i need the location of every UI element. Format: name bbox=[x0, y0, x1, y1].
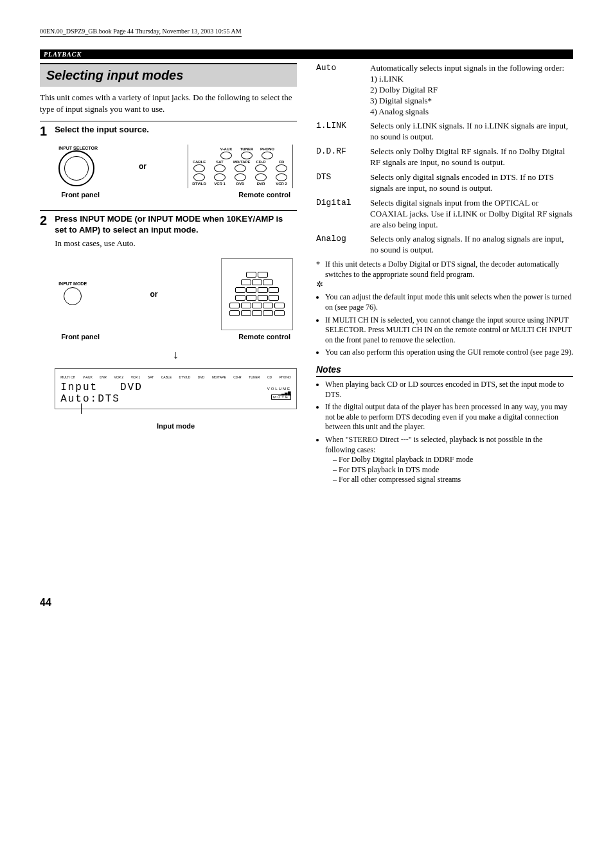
src-label: CD bbox=[267, 375, 272, 379]
src-label: CD-R bbox=[233, 375, 242, 379]
note-item: When "STEREO Direct ---" is selected, pl… bbox=[325, 435, 573, 485]
remote-btn-label: DVD bbox=[236, 182, 245, 186]
src-label: VCR 2 bbox=[114, 375, 123, 379]
note-subitem: – For all other compressed signal stream… bbox=[333, 475, 573, 485]
mode-auto-item4: 4) Analog signals bbox=[370, 107, 564, 118]
mode-label-ddrf: D.D.RF bbox=[316, 146, 361, 168]
note-subitem: – For Dolby Digital playback in DDRF mod… bbox=[333, 455, 573, 465]
remote-btn-label: MD/TAPE bbox=[233, 160, 251, 164]
remote-btn-label: DVR bbox=[257, 182, 265, 186]
remote-btn-label: PHONO bbox=[260, 147, 274, 151]
intro-text: This unit comes with a variety of input … bbox=[40, 92, 297, 114]
tip-item: If MULTI CH IN is selected, you cannot c… bbox=[325, 315, 573, 346]
src-label: PHONO bbox=[280, 375, 291, 379]
remote-control-label-2: Remote control bbox=[238, 333, 290, 341]
step-1-title: Select the input source. bbox=[55, 125, 297, 136]
mode-text-analog: Selects only analog signals. If no analo… bbox=[370, 234, 573, 256]
display-unit-diagram: MULTI CH V-AUX DVR VCR 2 VCR 1 SAT CABLE… bbox=[55, 368, 297, 409]
src-label: V-AUX bbox=[83, 375, 93, 379]
display-line1-right: DVD bbox=[120, 382, 143, 393]
front-panel-label: Front panel bbox=[61, 191, 100, 199]
footnote-text: If this unit detects a Dolby Digital or … bbox=[325, 260, 573, 279]
book-meta-line: 00EN.00_DSPZ9_GB.book Page 44 Thursday, … bbox=[40, 28, 242, 37]
display-caption: Input mode bbox=[55, 422, 297, 430]
remote-btn-label: CD-R bbox=[256, 160, 266, 164]
page-title: Selecting input modes bbox=[40, 63, 297, 87]
remote-btn-label: CD bbox=[279, 160, 285, 164]
mode-text-ddrf: Selects only Dolby Digital RF signals. I… bbox=[370, 146, 573, 168]
front-panel-label-2: Front panel bbox=[61, 333, 100, 341]
step-2-text: In most cases, use Auto. bbox=[55, 238, 297, 249]
tip-item: You can adjust the default input mode th… bbox=[325, 292, 573, 312]
mode-label-auto: Auto bbox=[316, 63, 361, 117]
src-label: VCR 1 bbox=[131, 375, 141, 379]
remote-btn-label: VCR 1 bbox=[214, 182, 226, 186]
step-number-1: 1 bbox=[40, 125, 47, 206]
note-item-text: When "STEREO Direct ---" is selected, pl… bbox=[325, 435, 542, 454]
mute-label: MUTE bbox=[271, 394, 291, 400]
volume-label: VOLUME bbox=[267, 387, 291, 391]
remote-control-label: Remote control bbox=[238, 191, 290, 199]
notes-heading: Notes bbox=[316, 364, 573, 377]
src-label: DVD bbox=[198, 375, 205, 379]
src-label: DTV/LD bbox=[179, 375, 191, 379]
or-label-1: or bbox=[139, 162, 147, 171]
display-line2: Auto:DTS bbox=[60, 393, 120, 405]
remote-btn-label: TUNER bbox=[240, 147, 254, 151]
remote-button-grid-icon: V-AUX TUNER PHONO CABLE SAT MD/TAPE CD-R… bbox=[188, 145, 293, 188]
remote-btn-label: VCR 2 bbox=[276, 182, 287, 186]
src-label: TUNER bbox=[249, 375, 260, 379]
mode-label-ilink: i.LINK bbox=[316, 121, 361, 143]
src-label: CABLE bbox=[161, 375, 172, 379]
remote-btn-label: DTV/LD bbox=[192, 182, 206, 186]
mode-text-dts: Selects only digital signals encoded in … bbox=[370, 172, 573, 194]
note-subitem: – For DTS playback in DTS mode bbox=[333, 465, 573, 475]
page-number: 44 bbox=[40, 597, 297, 608]
remote-btn-label: V-AUX bbox=[220, 147, 232, 151]
mode-auto-item2: 2) Dolby Digital RF bbox=[370, 85, 564, 96]
mode-label-digital: Digital bbox=[316, 198, 361, 231]
arrow-down-icon: ↓ bbox=[55, 348, 297, 362]
input-mode-knob-icon bbox=[64, 287, 82, 305]
src-label: SAT bbox=[148, 375, 154, 379]
note-item: When playing back CD or LD sources encod… bbox=[325, 380, 573, 400]
dial-label: INPUT SELECTOR bbox=[58, 146, 98, 150]
footnote-mark: * bbox=[316, 260, 320, 279]
remote-btn-label: CABLE bbox=[193, 160, 206, 164]
mode-text-digital: Selects digital signals input from the O… bbox=[370, 198, 573, 231]
tips-icon: ✲ bbox=[316, 279, 573, 290]
step-number-2: 2 bbox=[40, 214, 47, 430]
mode-text-ilink: Selects only i.LINK signals. If no i.LIN… bbox=[370, 121, 573, 143]
section-header: PLAYBACK bbox=[40, 49, 573, 59]
remote-btn-label: SAT bbox=[216, 160, 224, 164]
mode-label-dts: DTS bbox=[316, 172, 361, 194]
src-label: MULTI CH bbox=[60, 375, 75, 379]
src-label: MD/TAPE bbox=[212, 375, 226, 379]
src-label: DVR bbox=[100, 375, 107, 379]
display-line1-left: Input bbox=[60, 382, 98, 393]
or-label-2: or bbox=[150, 290, 158, 299]
note-item: If the digital output data of the player… bbox=[325, 402, 573, 432]
mode-label-analog: Analog bbox=[316, 234, 361, 256]
step-2-title: Press INPUT MODE (or INPUT MODE when 10K… bbox=[55, 214, 297, 236]
input-mode-label: INPUT MODE bbox=[58, 281, 87, 286]
input-selector-dial-icon bbox=[58, 150, 94, 186]
tip-item: You can also perform this operation usin… bbox=[325, 348, 573, 358]
mode-text-auto: Automatically selects input signals in t… bbox=[370, 63, 564, 73]
remote-panel-icon bbox=[221, 258, 293, 330]
mode-auto-item1: 1) i.LINK bbox=[370, 74, 564, 85]
mode-auto-item3: 3) Digital signals* bbox=[370, 96, 564, 107]
